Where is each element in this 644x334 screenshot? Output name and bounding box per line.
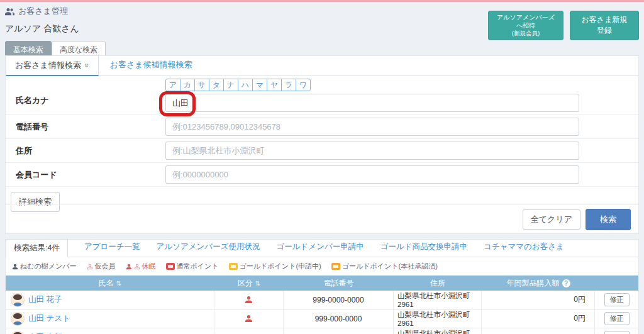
table-row: 山田 花子 999-0000-0000 山梨県北杜市小淵沢町2961 0円 修正 — [6, 291, 638, 309]
name-kana-input[interactable] — [165, 94, 579, 112]
normal-point-icon — [166, 263, 175, 270]
address-cell: 山梨県北杜市小淵沢町2961 — [394, 309, 482, 328]
member-type-icon — [245, 315, 253, 323]
invite-members-label: アルソアメンバーズへ招待 — [497, 14, 555, 29]
phone-cell: 999-000-0000 — [284, 309, 394, 328]
avatar — [11, 293, 25, 307]
column-header-edit — [595, 276, 638, 291]
kana-button-ya[interactable]: ヤ — [267, 79, 282, 91]
kana-button-a[interactable]: ア — [165, 79, 180, 91]
results-table: 氏名 ⇅ 区分 ⇅ 電話番号 住所 年間製品購入額 ? — [6, 276, 638, 334]
tab-approach-list[interactable]: アプローチ一覧 — [84, 242, 140, 257]
address-cell: 山梨県北杜市小淵沢町2961 — [394, 291, 482, 309]
results-tabs: 検索結果:4件 アプローチ一覧 アルソアメンバーズ使用状況 ゴールドメンバー申請… — [6, 240, 638, 257]
form-row-name-kana: 氏名カナ ア カ サ タ ナ ハ マ ヤ ラ ワ — [6, 76, 638, 115]
legend-nemu-member: ねむの樹メンバー — [12, 262, 77, 271]
kana-button-ta[interactable]: タ — [209, 79, 224, 91]
dormant-member-icon — [126, 264, 132, 270]
edit-button[interactable]: 修正 — [604, 312, 630, 325]
tab-gold-exchange-pending[interactable]: ゴールド商品交換申請中 — [380, 242, 467, 257]
table-header-row: 氏名 ⇅ 区分 ⇅ 電話番号 住所 年間製品購入額 ? — [6, 276, 638, 291]
amount-cell: 0円 — [482, 328, 595, 334]
gold-point-pending-icon — [229, 263, 238, 270]
dormant-temp-icon — [134, 264, 140, 270]
kana-button-ra[interactable]: ラ — [281, 79, 296, 91]
field-label-name-kana: 氏名カナ — [11, 79, 165, 106]
sort-icon: ⇅ — [116, 280, 121, 287]
field-label-phone: 電話番号 — [11, 121, 165, 133]
legend-normal-point: 通常ポイント — [166, 262, 219, 271]
member-type-icon — [245, 296, 253, 304]
amount-cell: 0円 — [482, 309, 595, 328]
kana-button-ha[interactable]: ハ — [238, 79, 253, 91]
tab-search-results[interactable]: 検索結果:4件 — [6, 239, 68, 257]
column-header-address: 住所 — [394, 276, 482, 291]
sort-icon: ⇅ — [255, 280, 260, 287]
column-header-phone: 電話番号 — [284, 276, 394, 291]
kana-button-ma[interactable]: マ — [252, 79, 267, 91]
customer-name-link[interactable]: 山田 花子 — [28, 294, 62, 305]
temp-member-icon — [87, 264, 93, 270]
phone-input[interactable] — [165, 118, 579, 136]
tab-candidate-info-search[interactable]: お客さま候補情報検索 — [110, 59, 192, 75]
form-row-member-code: 会員コード — [6, 163, 638, 187]
avatar — [11, 331, 25, 334]
page-title: お客さま管理 — [18, 6, 68, 17]
kana-button-group: ア カ サ タ ナ ハ マ ヤ ラ ワ — [165, 79, 579, 91]
legend-dormant: 休眠 — [126, 262, 156, 271]
tab-members-usage[interactable]: アルソアメンバーズ使用状況 — [157, 242, 260, 257]
tab-gold-member-pending[interactable]: ゴールドメンバー申請中 — [276, 242, 364, 257]
form-row-phone: 電話番号 — [6, 115, 638, 139]
phone-cell: 999-0000-0000 — [284, 291, 394, 309]
member-code-input[interactable] — [165, 165, 579, 184]
table-row: 山田 テスト 999-000-0000 山梨県北杜市小淵沢町2961 0円 修正 — [6, 309, 638, 328]
column-header-amount: 年間製品購入額 ? — [482, 276, 595, 291]
nemu-member-icon — [12, 264, 18, 270]
field-label-address: 住所 — [11, 145, 165, 157]
column-header-kubun[interactable]: 区分 ⇅ — [214, 276, 284, 291]
address-cell: 山梨県北杜市小淵沢町2961 — [394, 328, 482, 334]
amount-cell: 0円 — [482, 291, 595, 309]
users-icon — [5, 8, 14, 16]
address-input[interactable] — [165, 142, 579, 160]
kana-button-na[interactable]: ナ — [223, 79, 238, 91]
legend: ねむの樹メンバー 仮会員 休眠 通常ポイント ゴールドポイント(申請中) ゴール… — [6, 257, 638, 276]
legend-gold-point-approved: ゴールドポイント(本社承認済) — [331, 262, 438, 271]
search-button[interactable]: 検索 — [586, 209, 631, 230]
clear-all-button[interactable]: 全てクリア — [523, 209, 580, 230]
edit-button[interactable]: 修正 — [604, 331, 630, 334]
edit-button[interactable]: 修正 — [604, 293, 630, 306]
table-row: 山田 太郎 999-1234-5678 山梨県北杜市小淵沢町2961 0円 修正 — [6, 328, 638, 334]
tab-customer-info-search-label: お客さま情報検索 — [15, 60, 81, 71]
kana-button-sa[interactable]: サ — [194, 79, 209, 91]
kana-button-wa[interactable]: ワ — [296, 79, 311, 91]
page-header: お客さま管理 アルソア 合歓さん アルソアメンバーズへ招待 (新規会員) お客さ… — [0, 2, 644, 59]
phone-cell: 999-1234-5678 — [284, 328, 394, 334]
register-customer-button[interactable]: お客さま新規登録 — [570, 11, 639, 40]
search-panel-footer: 全てクリア 検索 — [6, 204, 638, 233]
customer-name-link[interactable]: 山田 テスト — [28, 313, 70, 324]
gold-point-approved-icon — [331, 263, 340, 270]
invite-members-button[interactable]: アルソアメンバーズへ招待 (新規会員) — [488, 11, 564, 40]
tab-customer-info-search[interactable]: お客さま情報検索 » — [6, 55, 99, 76]
chevron-down-icon: » — [82, 64, 91, 68]
invite-members-sublabel: (新規会員) — [494, 30, 558, 37]
field-label-member-code: 会員コード — [11, 169, 165, 181]
help-icon[interactable]: ? — [562, 279, 570, 287]
form-row-address: 住所 — [6, 139, 638, 163]
legend-gold-point-pending: ゴールドポイント(申請中) — [229, 262, 321, 271]
legend-temp-member: 仮会員 — [87, 262, 116, 271]
column-header-name[interactable]: 氏名 ⇅ — [6, 276, 214, 291]
search-panel-tabs: お客さま情報検索 » お客さま候補情報検索 — [6, 56, 638, 76]
tab-kochamama-customers[interactable]: コチャママのお客さま — [484, 242, 564, 257]
search-panel: お客さま情報検索 » お客さま候補情報検索 氏名カナ ア カ サ タ ナ ハ マ… — [5, 55, 639, 234]
results-panel: 検索結果:4件 アプローチ一覧 アルソアメンバーズ使用状況 ゴールドメンバー申請… — [5, 239, 639, 334]
avatar — [11, 312, 25, 326]
kana-button-ka[interactable]: カ — [180, 79, 195, 91]
